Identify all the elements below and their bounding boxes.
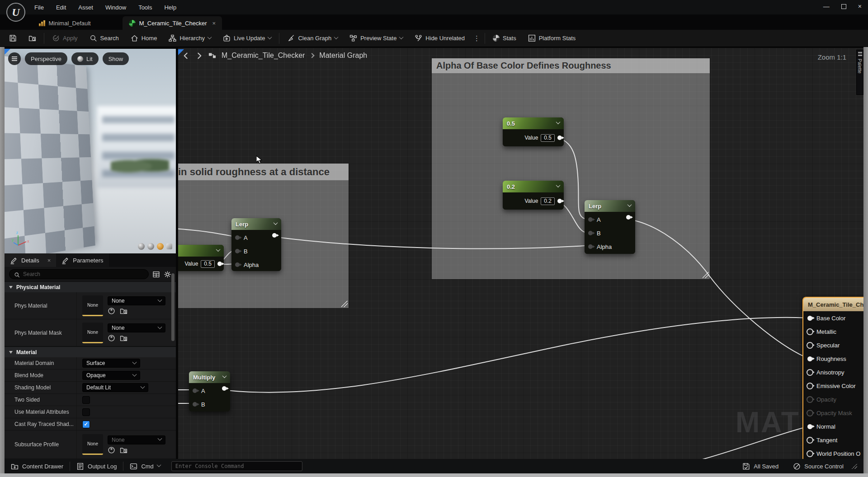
clean-graph-button[interactable]: Clean Graph xyxy=(281,30,344,47)
input-pin[interactable] xyxy=(235,235,240,240)
cylinder-preview-icon[interactable] xyxy=(138,243,145,250)
material-pin-row[interactable]: Emissive Color xyxy=(803,379,863,393)
menu-edit[interactable]: Edit xyxy=(56,4,66,11)
maximize-button[interactable] xyxy=(841,4,846,9)
menu-tools[interactable]: Tools xyxy=(138,4,152,11)
material-graph-canvas[interactable]: MATERIAL Alpha Of Base Color Defines Rou… xyxy=(176,48,863,459)
details-search[interactable] xyxy=(9,269,149,279)
use-selected-icon[interactable] xyxy=(108,446,115,454)
input-pin[interactable] xyxy=(193,402,197,407)
node-constant-05[interactable]: 0.5 Value0.5 xyxy=(503,117,564,146)
breadcrumb-asset[interactable]: M_Ceramic_Tile_Checker xyxy=(222,51,305,60)
pin-open[interactable] xyxy=(807,343,812,348)
minimize-button[interactable]: — xyxy=(823,3,830,10)
output-pin[interactable] xyxy=(626,215,631,220)
node-material-output[interactable]: M_Ceramic_Tile_Ch Base Color Metallic Sp… xyxy=(803,298,863,459)
material-pin-row[interactable]: Anisotropy xyxy=(803,365,863,379)
use-selected-icon[interactable] xyxy=(108,334,115,342)
pin-open[interactable] xyxy=(807,370,812,375)
input-pin[interactable] xyxy=(235,262,240,267)
node-lerp-left[interactable]: Lerp A B Alpha xyxy=(231,218,281,271)
forward-arrow-icon[interactable] xyxy=(195,52,203,60)
pin-connected[interactable] xyxy=(807,356,812,361)
material-pin-row[interactable]: Metallic xyxy=(803,325,863,338)
stats-button[interactable]: Stats xyxy=(487,30,522,47)
asset-thumbnail[interactable]: None xyxy=(82,295,103,316)
display-filter-icon[interactable] xyxy=(152,271,160,278)
two-sided-checkbox[interactable] xyxy=(82,396,90,404)
material-pin-row[interactable]: World Position O xyxy=(803,447,863,459)
output-pin[interactable] xyxy=(272,233,277,238)
browse-to-asset-icon[interactable] xyxy=(120,307,127,315)
asset-thumbnail[interactable]: None xyxy=(82,323,103,343)
search-button[interactable]: Search xyxy=(84,30,125,47)
perspective-button[interactable]: Perspective xyxy=(25,52,67,65)
input-pin[interactable] xyxy=(588,244,593,249)
save-button[interactable] xyxy=(0,30,23,47)
tab-parameters[interactable]: Parameters xyxy=(56,253,108,267)
tab-close-icon[interactable]: × xyxy=(47,257,51,264)
menu-asset[interactable]: Asset xyxy=(78,4,93,11)
cube-preview-icon[interactable] xyxy=(157,243,164,250)
output-pin[interactable] xyxy=(222,386,226,391)
lit-button[interactable]: Lit xyxy=(71,52,99,65)
sphere-preview-icon[interactable] xyxy=(147,243,154,250)
subsurface-profile-dropdown[interactable]: None xyxy=(108,435,165,444)
details-scrollbar[interactable] xyxy=(171,273,175,341)
preview-viewport[interactable]: Perspective Lit Show z x y xyxy=(5,49,176,253)
asset-thumbnail[interactable]: None xyxy=(82,434,103,455)
menu-file[interactable]: File xyxy=(34,4,44,11)
input-pin[interactable] xyxy=(235,249,240,253)
browse-asset-button[interactable] xyxy=(23,30,42,47)
phys-material-mask-dropdown[interactable]: None xyxy=(108,323,165,332)
tab-material-checker[interactable]: M_Ceramic_Tile_Checker × xyxy=(123,16,222,30)
live-update-button[interactable]: Live Update xyxy=(217,30,277,47)
all-saved-status[interactable]: All Saved xyxy=(736,463,785,470)
node-constant-02[interactable]: 0.2 Value0.2 xyxy=(503,181,564,210)
material-domain-dropdown[interactable]: Surface xyxy=(82,359,140,368)
pin-open[interactable] xyxy=(807,451,812,456)
gear-icon[interactable] xyxy=(164,271,171,278)
pin-open[interactable] xyxy=(807,329,812,334)
cmd-selector[interactable]: Cmd xyxy=(123,459,166,473)
pin-connected[interactable] xyxy=(807,424,812,429)
output-pin[interactable] xyxy=(557,136,562,140)
material-pin-row[interactable]: Roughness xyxy=(803,352,863,365)
material-pin-row[interactable]: Specular xyxy=(803,338,863,352)
use-material-attributes-checkbox[interactable] xyxy=(82,408,90,416)
breadcrumb-page[interactable]: Material Graph xyxy=(319,51,367,60)
hierarchy-button[interactable]: Hierarchy xyxy=(163,30,217,47)
hide-unrelated-button[interactable]: Hide Unrelated xyxy=(409,30,471,47)
section-material[interactable]: Material xyxy=(5,346,176,357)
tab-details[interactable]: Details × xyxy=(5,253,56,267)
apply-button[interactable]: Apply xyxy=(46,30,84,47)
blend-mode-dropdown[interactable]: Opaque xyxy=(82,371,140,380)
input-pin[interactable] xyxy=(588,231,593,235)
home-button[interactable]: Home xyxy=(125,30,163,47)
cast-ray-traced-shadows-checkbox[interactable]: ✓ xyxy=(82,421,90,428)
window-resize-grip[interactable] xyxy=(852,463,857,469)
shading-model-dropdown[interactable]: Default Lit xyxy=(82,383,148,392)
more-options-button[interactable]: ⋮ xyxy=(471,34,483,42)
unreal-logo-icon[interactable]: U xyxy=(6,3,25,22)
output-log-button[interactable]: Output Log xyxy=(70,459,123,473)
material-pin-row[interactable]: Tangent xyxy=(803,433,863,447)
node-constant-left[interactable]: Value0.5 xyxy=(176,245,224,271)
tab-minimal-default[interactable]: Minimal_Default xyxy=(33,16,97,30)
plane-preview-icon[interactable] xyxy=(166,243,172,249)
node-lerp-right[interactable]: Lerp A B Alpha xyxy=(585,200,635,254)
source-control-button[interactable]: Source Control xyxy=(787,463,850,470)
details-search-input[interactable] xyxy=(23,271,144,277)
material-pin-row[interactable]: Normal xyxy=(803,420,863,433)
node-multiply[interactable]: Multiply A B xyxy=(189,371,230,412)
close-button[interactable]: × xyxy=(858,3,862,10)
phys-material-dropdown[interactable]: None xyxy=(108,296,165,305)
browse-to-asset-icon[interactable] xyxy=(120,334,127,342)
content-drawer-button[interactable]: Content Drawer xyxy=(5,459,70,473)
material-pin-row[interactable]: Base Color xyxy=(803,311,863,325)
output-pin[interactable] xyxy=(557,199,562,203)
menu-window[interactable]: Window xyxy=(105,4,126,11)
show-button[interactable]: Show xyxy=(103,52,129,65)
pin-connected[interactable] xyxy=(807,316,812,321)
panel-splitter[interactable] xyxy=(176,48,178,459)
